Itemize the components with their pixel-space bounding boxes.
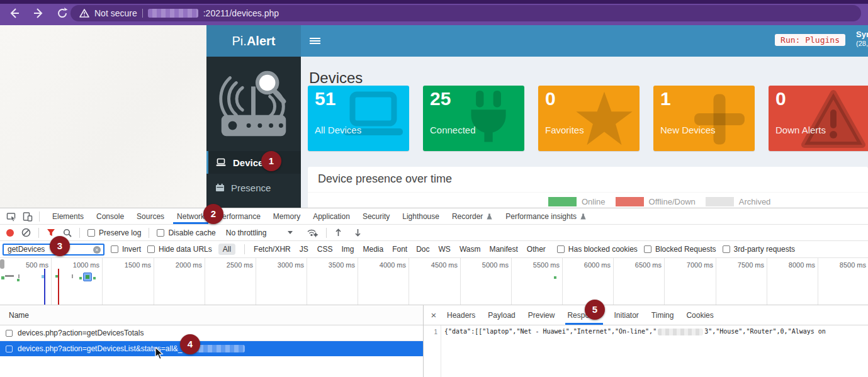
waterfall-dot: [1, 276, 4, 279]
row-checkbox[interactable]: [6, 330, 13, 337]
filter-type-media[interactable]: Media: [363, 245, 383, 254]
card-all-devices[interactable]: 51 All Devices: [308, 86, 409, 151]
timeline-tick-label: 5000 ms: [471, 261, 509, 269]
device-toolbar-icon[interactable]: [23, 211, 33, 222]
card-new-devices[interactable]: 1 New Devices: [653, 86, 755, 151]
blocked-requests-checkbox[interactable]: Blocked Requests: [644, 245, 716, 254]
tab-performance-insights[interactable]: Performance insights: [499, 208, 593, 224]
filter-type-css[interactable]: CSS: [317, 245, 333, 254]
filter-funnel-icon[interactable]: [47, 228, 55, 237]
overview-grip[interactable]: [0, 259, 4, 269]
timeline-gridline: [460, 258, 461, 305]
app-logo[interactable]: Pi.Alert: [206, 25, 301, 57]
disable-cache-checkbox[interactable]: Disable cache: [157, 228, 215, 237]
detail-tab-headers[interactable]: Headers: [441, 305, 481, 325]
third-party-requests-checkbox[interactable]: 3rd-party requests: [723, 245, 795, 254]
clear-network-log-icon[interactable]: [21, 228, 31, 237]
sidebar-item-presence[interactable]: Presence: [206, 176, 301, 199]
filter-type-manifest[interactable]: Manifest: [489, 245, 517, 254]
timeline-overview[interactable]: 500 ms1000 ms1500 ms2000 ms2500 ms3000 m…: [0, 258, 868, 305]
request-row-get-devices-list[interactable]: devices.php?action=getDevicesList&status…: [0, 341, 423, 356]
request-list: devices.php?action=getDevicesTotals devi…: [0, 325, 423, 377]
tab-label: Application: [313, 212, 350, 221]
panel-divider: [308, 192, 868, 193]
address-bar[interactable]: Not secure :20211/devices.php: [70, 5, 861, 21]
filter-type-other[interactable]: Other: [527, 245, 546, 254]
invert-checkbox[interactable]: Invert: [111, 245, 141, 254]
network-toolbar: Preserve log Disable cache No throttling: [0, 225, 868, 241]
plug-icon: [458, 89, 521, 149]
tab-memory[interactable]: Memory: [267, 208, 307, 224]
hide-data-urls-checkbox[interactable]: Hide data URLs: [147, 245, 212, 254]
experiment-flask-icon: [580, 213, 587, 220]
waterfall-bar: [5, 275, 14, 277]
timeline-gridline: [562, 258, 563, 305]
timeline-tick-label: 1500 ms: [113, 261, 151, 269]
close-detail-icon[interactable]: ×: [427, 310, 440, 320]
filter-type-wasm[interactable]: Wasm: [459, 245, 481, 254]
resource-type-chips: AllFetch/XHRJSCSSImgMediaFontDocWSWasmMa…: [218, 244, 546, 255]
tab-application[interactable]: Application: [307, 208, 356, 224]
filter-type-fetch-xhr[interactable]: Fetch/XHR: [254, 245, 291, 254]
tab-elements[interactable]: Elements: [46, 208, 90, 224]
clear-filter-icon[interactable]: ×: [93, 246, 101, 254]
detail-tab-preview[interactable]: Preview: [522, 305, 561, 325]
checkbox[interactable]: [87, 229, 95, 237]
forward-icon[interactable]: [32, 7, 45, 20]
hamburger-icon[interactable]: [310, 37, 320, 45]
detail-tab-initiator[interactable]: Initiator: [608, 305, 644, 325]
card-favorites[interactable]: 0 Favorites: [538, 86, 640, 151]
filter-type-doc[interactable]: Doc: [416, 245, 429, 254]
run-plugins-button[interactable]: Run: Plugins: [775, 34, 845, 46]
sidebar-item-devices[interactable]: Devices: [206, 151, 303, 174]
legend-swatch-archived: [706, 197, 734, 206]
presence-panel-title: Device presence over time: [318, 172, 452, 186]
timeline-gridline: [51, 258, 52, 305]
filter-type-js[interactable]: JS: [300, 245, 308, 254]
inspect-element-icon[interactable]: [6, 211, 16, 222]
timeline-tick-label: 2500 ms: [215, 261, 253, 269]
record-network-log-icon[interactable]: [6, 229, 14, 237]
name-column-header[interactable]: Name: [9, 311, 29, 320]
filter-type-all[interactable]: All: [218, 244, 235, 255]
request-row-get-devices-totals[interactable]: devices.php?action=getDevicesTotals: [0, 325, 423, 341]
security-label: Not secure: [94, 8, 137, 18]
request-table-header[interactable]: Name: [0, 305, 423, 325]
export-har-icon[interactable]: [354, 228, 362, 237]
detail-tab-payload[interactable]: Payload: [482, 305, 521, 325]
timeline-gridline: [716, 258, 716, 305]
filter-type-img[interactable]: Img: [341, 245, 354, 254]
preserve-log-checkbox[interactable]: Preserve log: [87, 228, 141, 237]
tab-label: Performance insights: [505, 212, 577, 221]
has-blocked-cookies-checkbox[interactable]: Has blocked cookies: [557, 245, 638, 254]
response-body[interactable]: {"data":[["laptop","Net - Huawei","Inter…: [444, 328, 867, 335]
tab-lighthouse[interactable]: Lighthouse: [396, 208, 446, 224]
back-icon[interactable]: [8, 7, 21, 20]
detail-tab-cookies[interactable]: Cookies: [680, 305, 719, 325]
row-checkbox[interactable]: [6, 346, 13, 352]
tab-security[interactable]: Security: [356, 208, 396, 224]
detail-tab-timing[interactable]: Timing: [646, 305, 680, 325]
network-conditions-icon[interactable]: [307, 228, 318, 237]
checkbox[interactable]: [157, 229, 164, 237]
tab-console[interactable]: Console: [90, 208, 130, 224]
throttling-select[interactable]: No throttling: [226, 228, 267, 237]
presence-panel: Device presence over time Online Offline…: [308, 167, 868, 208]
devtools-tabs: ElementsConsoleSourcesNetworkPerformance…: [46, 208, 593, 224]
card-down-alerts[interactable]: 0 Down Alerts: [769, 86, 868, 151]
search-icon[interactable]: [63, 228, 72, 237]
filter-type-ws[interactable]: WS: [439, 245, 451, 254]
reload-icon[interactable]: [56, 7, 69, 20]
timeline-gridline: [664, 258, 665, 305]
timeline-gridline: [358, 258, 358, 305]
url-text: :20211/devices.php: [203, 8, 279, 18]
tab-label: Elements: [52, 212, 84, 221]
response-line-gutter: 1: [424, 325, 441, 377]
throttling-caret-icon[interactable]: [288, 231, 293, 234]
tab-recorder[interactable]: Recorder: [446, 208, 499, 224]
card-connected[interactable]: 25 Connected: [423, 86, 524, 151]
timeline-gridline: [511, 258, 512, 305]
filter-type-font[interactable]: Font: [392, 245, 407, 254]
tab-sources[interactable]: Sources: [130, 208, 171, 224]
import-har-icon[interactable]: [334, 228, 342, 237]
